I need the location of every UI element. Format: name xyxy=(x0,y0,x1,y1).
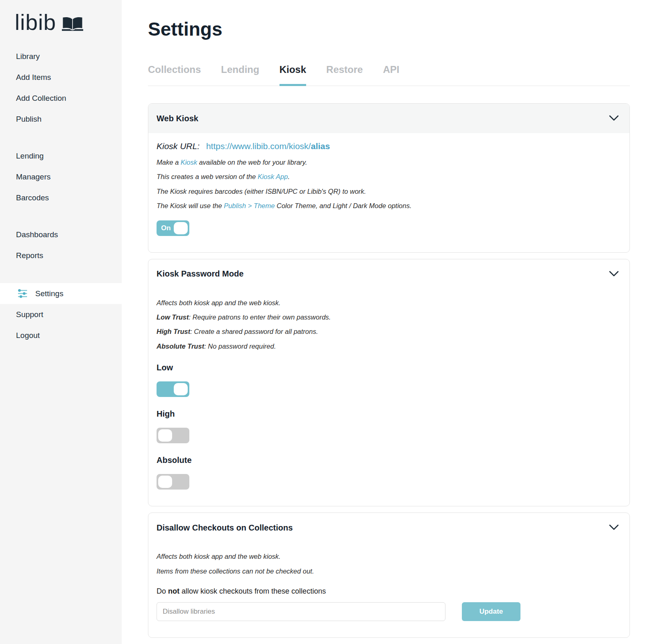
disallow-checkouts-card-title: Disallow Checkouts on Collections xyxy=(157,523,293,533)
disallow-checkouts-card-header: Disallow Checkouts on Collections xyxy=(148,513,629,542)
tab-collections[interactable]: Collections xyxy=(148,64,201,86)
web-kiosk-line: This creates a web version of the Kiosk … xyxy=(157,171,621,182)
tab-bar: Collections Lending Kiosk Restore API xyxy=(148,64,630,86)
kiosk-url-line: Kiosk URL: https://www.libib.com/kiosk/a… xyxy=(157,141,621,151)
password-mode-line: Absolute Trust: No password required. xyxy=(157,341,621,351)
sidebar-item-add-items[interactable]: Add Items xyxy=(0,67,122,88)
web-kiosk-collapse-button[interactable] xyxy=(609,115,619,122)
low-trust-toggle[interactable] xyxy=(157,381,189,397)
sidebar-item-reports[interactable]: Reports xyxy=(0,245,122,266)
password-mode-line: High Trust: Create a shared password for… xyxy=(157,326,621,337)
app-root: libib Library Add Items Add Collection P… xyxy=(0,0,668,644)
disallow-line: Items from these collections can not be … xyxy=(157,566,621,576)
logo: libib xyxy=(0,0,122,29)
password-mode-line: Affects both kiosk app and the web kiosk… xyxy=(157,297,621,308)
password-mode-line: Low Trust: Require patrons to enter thei… xyxy=(157,312,621,322)
toggle-knob xyxy=(174,222,188,234)
toggle-knob xyxy=(174,383,188,395)
web-kiosk-line: The Kiosk will use the Publish > Theme C… xyxy=(157,200,621,211)
password-mode-card-body: Affects both kiosk app and the web kiosk… xyxy=(148,289,629,506)
web-kiosk-card-body: Kiosk URL: https://www.libib.com/kiosk/a… xyxy=(148,133,629,252)
password-mode-card: Kiosk Password Mode Affects both kiosk a… xyxy=(148,259,630,507)
sidebar-item-label: Settings xyxy=(35,289,64,298)
tab-api[interactable]: API xyxy=(383,64,399,86)
tab-kiosk[interactable]: Kiosk xyxy=(279,64,306,86)
kiosk-url-label: Kiosk URL: xyxy=(157,141,200,151)
web-kiosk-toggle-label: On xyxy=(157,224,171,232)
chevron-down-icon xyxy=(609,271,619,277)
sidebar-item-logout[interactable]: Logout xyxy=(0,325,122,346)
sidebar-item-lending[interactable]: Lending xyxy=(0,145,122,166)
tab-restore[interactable]: Restore xyxy=(326,64,363,86)
password-mode-card-header: Kiosk Password Mode xyxy=(148,259,629,289)
page-title: Settings xyxy=(148,18,630,40)
sidebar-item-library[interactable]: Library xyxy=(0,46,122,67)
option-label-high: High xyxy=(157,409,621,419)
web-kiosk-line: Make a Kiosk available on the web for yo… xyxy=(157,157,621,168)
sidebar-item-managers[interactable]: Managers xyxy=(0,166,122,187)
password-mode-card-title: Kiosk Password Mode xyxy=(157,269,243,279)
option-label-low: Low xyxy=(157,363,621,372)
password-mode-collapse-button[interactable] xyxy=(609,271,619,277)
settings-sliders-icon xyxy=(17,288,28,299)
disallow-line: Affects both kiosk app and the web kiosk… xyxy=(157,551,621,562)
toggle-knob xyxy=(158,429,172,442)
toggle-knob xyxy=(158,476,172,488)
sidebar-item-settings[interactable]: Settings xyxy=(0,283,122,304)
disallow-checkouts-card-body: Affects both kiosk app and the web kiosk… xyxy=(148,542,629,637)
disallow-checkouts-collapse-button[interactable] xyxy=(609,524,619,531)
sidebar-item-dashboards[interactable]: Dashboards xyxy=(0,224,122,245)
logo-text: libib xyxy=(15,11,56,33)
disallow-input-row: Update xyxy=(157,602,621,621)
sidebar-item-publish[interactable]: Publish xyxy=(0,109,122,129)
update-button[interactable]: Update xyxy=(462,602,520,621)
chevron-down-icon xyxy=(609,115,619,122)
option-label-absolute: Absolute xyxy=(157,456,621,465)
sidebar-item-support[interactable]: Support xyxy=(0,304,122,325)
sidebar-item-add-collection[interactable]: Add Collection xyxy=(0,88,122,109)
main-content: Settings Collections Lending Kiosk Resto… xyxy=(122,0,668,644)
kiosk-url-link[interactable]: https://www.libib.com/kiosk/alias xyxy=(206,141,330,151)
web-kiosk-card-header: Web Kiosk xyxy=(148,104,629,133)
disallow-field-label: Do not allow kiosk checkouts from these … xyxy=(157,587,621,596)
web-kiosk-toggle[interactable]: On xyxy=(157,220,189,236)
high-trust-toggle[interactable] xyxy=(157,428,189,443)
sidebar-nav: Library Add Items Add Collection Publish… xyxy=(0,46,122,346)
sidebar-item-barcodes[interactable]: Barcodes xyxy=(0,187,122,208)
open-book-icon xyxy=(62,16,83,32)
tab-lending[interactable]: Lending xyxy=(221,64,259,86)
sidebar: libib Library Add Items Add Collection P… xyxy=(0,0,122,644)
disallow-collections-input[interactable] xyxy=(157,602,445,621)
absolute-trust-toggle[interactable] xyxy=(157,474,189,490)
web-kiosk-card-title: Web Kiosk xyxy=(157,114,198,123)
chevron-down-icon xyxy=(609,524,619,531)
web-kiosk-card: Web Kiosk Kiosk URL: https://www.libib.c… xyxy=(148,103,630,253)
web-kiosk-line: The Kiosk requires barcodes (either ISBN… xyxy=(157,186,621,197)
disallow-checkouts-card: Disallow Checkouts on Collections Affect… xyxy=(148,512,630,638)
